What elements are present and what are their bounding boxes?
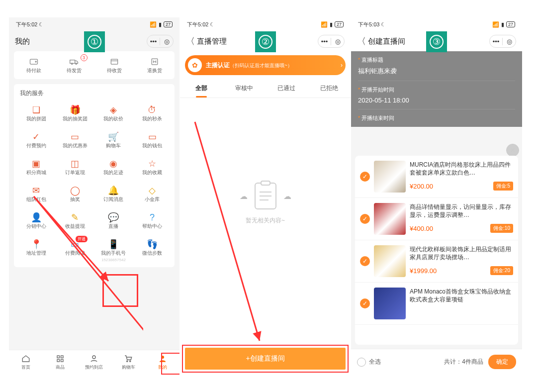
more-icon[interactable]: ••• [147,38,160,45]
order-pending-pay[interactable]: 待付款 [14,56,54,74]
service-订阅消息[interactable]: 🔔订阅消息 [94,181,133,208]
product-price: ¥400.00 [410,225,433,232]
service-我的优惠券[interactable]: ▭我的优惠券 [56,127,94,154]
service-icon: ✉ [17,185,56,196]
order-pending-ship[interactable]: 3 待发货 [54,56,94,74]
page-title: 我的 [15,37,30,46]
product-checkbox[interactable]: ✓ [360,172,370,182]
seg-rejected[interactable]: 已拒绝 [308,79,351,98]
screen-2-live-manage: 下午5:02 ☾ 📶 ▮ 27 〈 直播管理 ••• ◎ ② ✿ 主播认证（扫码… [180,17,351,375]
capsule-menu[interactable]: ••• ◎ [318,35,345,48]
product-row[interactable]: ✓ 商品详情销量显示，访问量显示，库存显示，运费显示调整… ¥400.00佣金:… [355,198,518,240]
capsule-menu[interactable]: ••• ◎ [147,35,174,48]
capsule-menu[interactable]: ••• ◎ [489,35,516,48]
service-小金库[interactable]: ◇小金库 [133,181,172,208]
service-我的手机号[interactable]: 📱我的手机号15238657542 [94,235,133,267]
shield-icon: ✿ [188,58,202,72]
service-付费预约[interactable]: ✓付费预约 [17,127,56,154]
service-icon: ◇ [133,185,172,196]
highlight-my-tab [161,353,180,375]
wifi-icon: 📶 [321,21,328,28]
tab-appointment[interactable]: 预约到店 [77,350,111,375]
svg-point-3 [72,63,73,65]
input-start[interactable]: 2020-05-11 18:00 [358,97,515,109]
target-icon[interactable]: ◎ [503,38,516,45]
service-icon: ▭ [56,131,94,142]
service-icon: ✎ [56,212,94,223]
service-我的秒杀[interactable]: ⏱我的秒杀 [133,100,172,127]
service-分销中心[interactable]: 👤分销中心 [17,208,56,235]
back-icon[interactable]: 〈 [357,35,366,47]
service-地址管理[interactable]: 📍地址管理 [17,235,56,267]
service-我的钱包[interactable]: ▭我的钱包 [133,127,172,154]
svg-point-4 [76,63,77,65]
target-icon[interactable]: ◎ [160,38,173,45]
form-area: 直播标题 福利钜惠来袭 开播开始时间 2020-05-11 18:00 开播结束… [351,51,522,127]
input-title[interactable]: 福利钜惠来袭 [358,67,515,81]
signal-icon: ▮ [330,21,333,28]
product-checkbox[interactable]: ✓ [360,214,370,224]
seg-all[interactable]: 全部 [180,79,223,98]
service-抽奖[interactable]: ◯抽奖 [56,181,94,208]
back-icon[interactable]: 〈 [186,35,195,47]
tab-cart[interactable]: 购物车 [111,350,146,375]
product-price: ¥200.00 [410,183,433,190]
service-直播[interactable]: 💬直播 [94,208,133,235]
status-bar: 下午5:02 ☾ 📶 ▮ 27 [9,17,179,31]
service-icon: 🛒 [94,131,133,142]
count-label: 共计：4件商品 [444,358,483,366]
product-row[interactable]: ✓ APM Monaco首饰盒女珠宝饰品收纳盒欧式表盒大容量项链 [355,283,518,325]
seg-passed[interactable]: 已通过 [266,79,308,98]
product-checkbox[interactable]: ✓ [360,298,370,308]
service-微信步数[interactable]: 👣微信步数 [133,235,172,267]
select-all-checkbox[interactable] [357,358,366,367]
tab-home[interactable]: 首页 [9,350,43,375]
service-订单返现[interactable]: ◫订单返现 [56,154,94,181]
product-checkbox[interactable]: ✓ [360,256,370,266]
confirm-button[interactable]: 确定 [488,355,516,369]
order-refund[interactable]: 退换货 [134,56,175,74]
service-icon: ▣ [17,158,56,169]
page-title: 直播管理 [197,37,227,46]
service-icon: 🎁 [56,104,94,115]
product-row[interactable]: ✓ 现代北欧样板间装饰床上用品定制适用家具店展厅卖场摆场… ¥1999.00佣金… [355,240,518,283]
service-我的足迹[interactable]: ◉我的足迹 [94,154,133,181]
cloud-icon: ☁ [240,192,248,201]
service-我的抽奖团[interactable]: 🎁我的抽奖团 [56,100,94,127]
order-pending-receive[interactable]: 待收货 [94,56,135,74]
service-icon: ◯ [56,185,94,196]
target-icon[interactable]: ◎ [331,38,344,45]
auth-banner[interactable]: ✿ 主播认证（扫码认证后才能直播哦~） › [185,55,346,75]
product-price: ¥1999.00 [410,267,437,275]
service-icon: 👣 [133,239,172,250]
seg-reviewing[interactable]: 审核中 [223,79,266,98]
svg-rect-10 [61,360,63,362]
service-我的收藏[interactable]: ☆我的收藏 [133,154,172,181]
tab-products[interactable]: 商品 [43,350,78,375]
order-status-row: 待付款 3 待发货 待收货 退换货 [14,51,175,79]
service-积分商城[interactable]: ▣积分商城 [17,154,56,181]
chevron-right-icon: › [341,62,343,69]
service-我的拼团[interactable]: ❑我的拼团 [17,100,56,127]
svg-point-11 [92,356,95,359]
service-组队红包[interactable]: ✉组队红包 [17,181,56,208]
status-bar: 下午5:03 ☾ 📶 ▮ 27 [351,17,522,31]
status-right: 📶 ▮ 27 [321,21,344,28]
service-icon: 📍 [17,239,56,250]
product-title: 现代北欧样板间装饰床上用品定制适用家具店展厅卖场摆场… [410,245,513,261]
cloud-icon: ☁ [283,192,291,201]
product-thumb [374,288,406,319]
service-购物车[interactable]: 🛒购物车 [94,127,133,154]
service-收益提现[interactable]: ✎收益提现 [56,208,94,235]
service-我的砍价[interactable]: ◈我的砍价 [94,100,133,127]
svg-point-13 [130,361,131,362]
more-icon[interactable]: ••• [318,38,331,45]
close-sheet-button[interactable]: ✕ [506,144,519,157]
service-付费阅读[interactable]: ▭付费阅读开通 [56,235,94,267]
battery-icon: 27 [335,21,344,27]
svg-rect-7 [57,356,60,358]
service-帮助中心[interactable]: ?帮助中心 [133,208,172,235]
product-row[interactable]: ✓ MURCIA酒店时尚格形纹床上用品四件套被套床单床立款白色… ¥200.00… [355,156,518,198]
page-header: 〈 创建直播间 ••• ◎ ③ [351,31,522,51]
more-icon[interactable]: ••• [490,38,503,45]
